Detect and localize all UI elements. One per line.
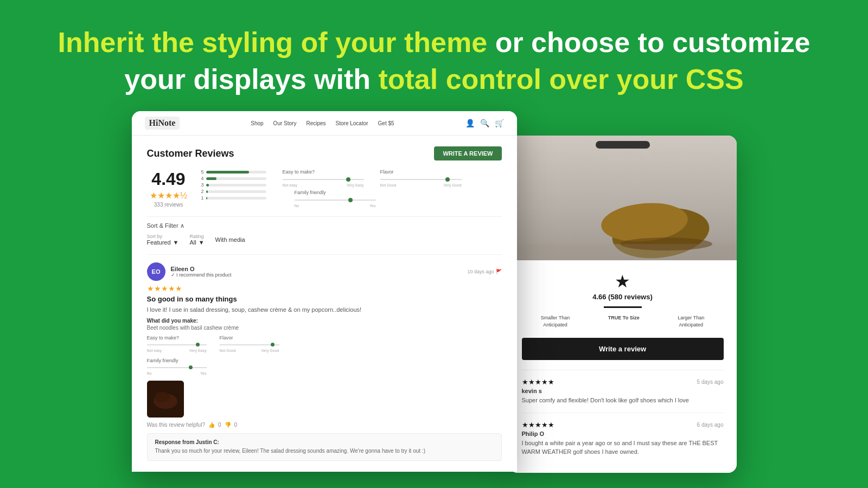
thumbdown-icon[interactable]: 👎 bbox=[225, 422, 231, 428]
bar-row-4: 4 bbox=[201, 176, 266, 181]
rating-summary: 4.49 ★★★★½ 333 reviews 5 4 3 bbox=[147, 169, 502, 208]
attr-block-1: Easy to make? Not easyVery Easy bbox=[283, 169, 364, 187]
made-value: Beet noodles with basil cashew crème bbox=[147, 325, 502, 331]
shoe-review-1-date: 5 days ago bbox=[697, 379, 724, 385]
reviewer-row: EO Eileen O ✓ I recommend this product 1… bbox=[147, 262, 502, 281]
response-box: Response from Justin C: Thank you so muc… bbox=[147, 433, 502, 461]
search-icon[interactable]: 🔍 bbox=[480, 119, 489, 127]
hero-heading: Inherit the styling of your theme or cho… bbox=[54, 24, 814, 98]
size-fit-true: TRUE To Size bbox=[608, 314, 640, 328]
reviews-count: 333 reviews bbox=[147, 202, 190, 208]
hero-text-yellow-2: total control over your CSS bbox=[378, 63, 743, 95]
nav-get5[interactable]: Get $5 bbox=[378, 120, 394, 126]
sort-by-group: Sort by Featured ▼ bbox=[147, 234, 179, 246]
size-fit-larger: Larger ThanAnticipated bbox=[678, 314, 704, 328]
shoe-rating-text: 4.66 (580 reviews) bbox=[522, 293, 724, 301]
rating-chevron-icon: ▼ bbox=[199, 239, 205, 246]
response-label: Response from Justin C: bbox=[155, 439, 494, 445]
review-headline: So good in so many things bbox=[147, 295, 502, 303]
store-logo: HiNote bbox=[145, 117, 180, 130]
shoe-review-2-stars: ★★★★★ bbox=[522, 421, 554, 429]
rating-select[interactable]: All ▼ bbox=[189, 239, 204, 246]
avg-number: 4.49 bbox=[147, 169, 190, 189]
screenshots-container: HiNote Shop Our Story Recipes Store Loca… bbox=[0, 111, 868, 472]
shoe-big-star-icon: ★ bbox=[522, 271, 724, 292]
nav-our-story[interactable]: Our Story bbox=[273, 120, 297, 126]
review-section-title: Customer Reviews bbox=[147, 148, 234, 159]
review-date: 10 days ago 🚩 bbox=[467, 269, 501, 274]
review-item: EO Eileen O ✓ I recommend this product 1… bbox=[147, 254, 502, 461]
bar-row-3: 3 bbox=[201, 182, 266, 188]
rating-value: All bbox=[189, 239, 196, 246]
response-text: Thank you so much for your review, Eilee… bbox=[155, 447, 494, 455]
size-fit-smaller: Smaller ThanAnticipated bbox=[541, 314, 570, 328]
review-body: I love it! I use in salad dressing, soup… bbox=[147, 305, 502, 314]
made-label: What did you make: bbox=[147, 318, 502, 324]
nav-recipes[interactable]: Recipes bbox=[306, 120, 326, 126]
sort-filter: Sort & Filter ∧ Sort by Featured ▼ Ratin… bbox=[147, 216, 502, 250]
review-attr-1: Easy to make? Not easyVery Easy bbox=[147, 335, 207, 352]
reviewer-name: Eileen O bbox=[171, 266, 232, 272]
review-attr-3: Family friendly NoYes bbox=[147, 358, 502, 375]
shoe-reviewer-2-name: Philip O bbox=[522, 431, 724, 437]
shoe-review-2-body: I bought a white pair a year ago or so a… bbox=[522, 439, 724, 457]
sort-by-label: Sort by bbox=[147, 234, 179, 239]
shoe-review-2-date: 6 days ago bbox=[697, 422, 724, 428]
size-fit-row: Smaller ThanAnticipated TRUE To Size Lar… bbox=[522, 314, 724, 328]
cart-icon[interactable]: 🛒 bbox=[495, 119, 504, 127]
shoe-review-item-1: ★★★★★ 5 days ago kevin s Super comfy and… bbox=[522, 378, 724, 413]
nav-shop[interactable]: Shop bbox=[251, 120, 263, 126]
account-icon[interactable]: 👤 bbox=[465, 119, 475, 127]
hero-text-white-2: your displays with bbox=[124, 63, 371, 95]
attributes-section: Easy to make? Not easyVery Easy Flavor bbox=[283, 169, 462, 187]
review-content: Customer Reviews WRITE A REVIEW 4.49 ★★★… bbox=[132, 136, 517, 472]
helpful-row: Was this review helpful? 👍 0 👎 0 bbox=[147, 422, 502, 428]
left-screenshot: HiNote Shop Our Story Recipes Store Loca… bbox=[132, 111, 517, 472]
attr-label-2: Flavor bbox=[380, 169, 462, 175]
flag-icon: 🚩 bbox=[496, 269, 502, 274]
sort-by-select[interactable]: Featured ▼ bbox=[147, 239, 179, 246]
review-stars: ★★★★★ bbox=[147, 284, 502, 293]
recommend-badge: ✓ I recommend this product bbox=[171, 272, 232, 278]
shoe-review-1-body: Super comfy and flexible! Don't look lik… bbox=[522, 396, 724, 405]
shoe-review-panel: ★ 4.66 (580 reviews) Smaller ThanAnticip… bbox=[509, 260, 737, 473]
shoe-reviewer-1-name: kevin s bbox=[522, 388, 724, 394]
avg-rating-block: 4.49 ★★★★½ 333 reviews bbox=[147, 169, 190, 208]
shoe-star-display: ★ 4.66 (580 reviews) bbox=[522, 271, 724, 301]
avg-stars: ★★★★½ bbox=[147, 190, 190, 201]
size-fit-bar bbox=[604, 306, 642, 308]
nav-icons: 👤 🔍 🛒 bbox=[465, 119, 504, 127]
sort-by-value: Featured bbox=[147, 239, 171, 246]
attr-block-2: Flavor Not GoodVery Good bbox=[380, 169, 462, 187]
sort-chevron-icon: ▼ bbox=[173, 239, 179, 246]
attr-label-1: Easy to make? bbox=[283, 169, 364, 175]
shoe-write-review-button[interactable]: Write a review bbox=[522, 338, 724, 360]
svg-point-2 bbox=[155, 391, 170, 402]
rating-label: Rating bbox=[189, 234, 204, 239]
bar-row-5: 5 bbox=[201, 169, 266, 175]
sort-filter-toggle[interactable]: Sort & Filter ∧ bbox=[147, 222, 502, 229]
svg-point-7 bbox=[620, 237, 712, 251]
hero-text-white-1: or choose to customize bbox=[495, 27, 810, 58]
shoe-reviews-list: ★★★★★ 5 days ago kevin s Super comfy and… bbox=[522, 370, 724, 457]
review-attrs: Easy to make? Not easyVery Easy Flavor bbox=[147, 335, 502, 352]
bar-row-2: 2 bbox=[201, 189, 266, 194]
hero-section: Inherit the styling of your theme or cho… bbox=[0, 0, 868, 111]
store-nav: HiNote Shop Our Story Recipes Store Loca… bbox=[132, 111, 517, 136]
right-screenshot: ★ 4.66 (580 reviews) Smaller ThanAnticip… bbox=[509, 136, 737, 473]
thumbup-icon[interactable]: 👍 bbox=[208, 422, 215, 428]
reviewer-avatar: EO bbox=[147, 262, 165, 281]
rating-bars: 5 4 3 2 1 bbox=[201, 169, 266, 201]
bar-row-1: 1 bbox=[201, 195, 266, 201]
shoe-review-item-2: ★★★★★ 6 days ago Philip O I bought a whi… bbox=[522, 421, 724, 457]
rating-group: Rating All ▼ bbox=[189, 234, 204, 246]
filter-row: Sort by Featured ▼ Rating All ▼ With bbox=[147, 234, 502, 246]
nav-links: Shop Our Story Recipes Store Locator Get… bbox=[251, 120, 394, 126]
review-header: Customer Reviews WRITE A REVIEW bbox=[147, 146, 502, 160]
nav-store-locator[interactable]: Store Locator bbox=[336, 120, 368, 126]
write-review-button[interactable]: WRITE A REVIEW bbox=[434, 146, 501, 160]
with-media-filter[interactable]: With media bbox=[215, 236, 245, 243]
hero-text-yellow-1: Inherit the styling of your theme bbox=[58, 27, 488, 58]
review-photo bbox=[147, 381, 184, 418]
product-image-area bbox=[509, 136, 737, 260]
